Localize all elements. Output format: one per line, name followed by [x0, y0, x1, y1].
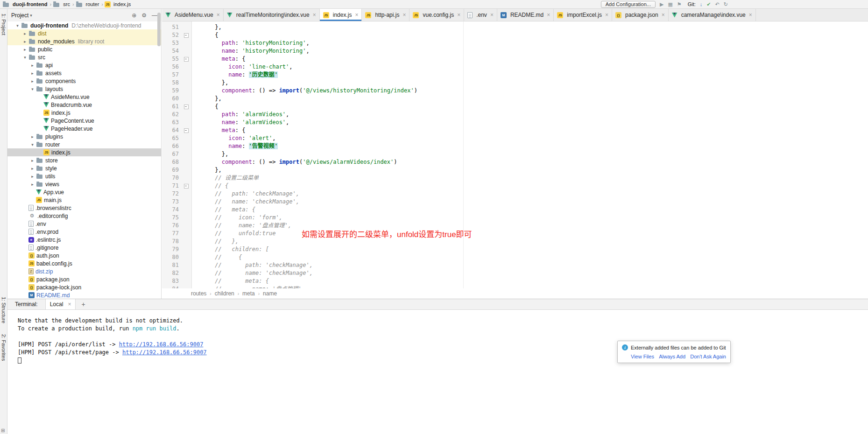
tab-realTimeMonitoring-index.vue[interactable]: realTimeMonitoring\index.vue×: [224, 9, 320, 21]
tree-item-.env[interactable]: .env: [7, 220, 161, 228]
tree-item-node_modules[interactable]: ▸node_moduleslibrary root: [7, 37, 161, 45]
code-text[interactable]: name: '告警视频': [192, 142, 278, 150]
tree-item-.gitignore[interactable]: .gitignore: [7, 244, 161, 252]
profiler-button[interactable]: ⚑: [677, 1, 682, 8]
tree-item-.eslintrc.js[interactable]: e.eslintrc.js: [7, 236, 161, 244]
tree-item-components[interactable]: ▸components: [7, 77, 161, 85]
code-text[interactable]: component: () => import('@/views/history…: [192, 87, 417, 95]
code-text[interactable]: // path: 'checkManage',: [192, 190, 299, 198]
tree-item-views[interactable]: ▸views: [7, 180, 161, 188]
tree-item-AsideMenu.vue[interactable]: AsideMenu.vue: [7, 93, 161, 101]
expanded-arrow-icon[interactable]: ▾: [14, 23, 21, 28]
code-text[interactable]: // path: 'checkManage',: [192, 261, 313, 269]
code-text[interactable]: meta: {: [192, 126, 245, 134]
code-text[interactable]: name: '历史数据': [192, 71, 278, 79]
code-text[interactable]: path: 'historyMonitoring',: [192, 39, 310, 47]
tree-item-Breadcrumb.vue[interactable]: Breadcrumb.vue: [7, 101, 161, 109]
breadcrumb-item-index.js[interactable]: index.js: [113, 1, 131, 7]
tree-item-package-lock.json[interactable]: {}package-lock.json: [7, 283, 161, 291]
tree-item-utils[interactable]: ▸utils: [7, 172, 161, 180]
tree-item-index.js[interactable]: JSindex.js: [7, 148, 161, 156]
tree-item-src[interactable]: ▾src: [7, 53, 161, 61]
code-text[interactable]: icon: 'line-chart',: [192, 63, 293, 71]
tree-item-package.json[interactable]: {}package.json: [7, 275, 161, 283]
code-text[interactable]: name: 'historyMonitoring',: [192, 47, 310, 55]
tab-importExcel.js[interactable]: JSimportExcel.js×: [554, 9, 612, 21]
structure-breadcrumb-routes[interactable]: routes: [191, 290, 206, 297]
breadcrumb-item-src[interactable]: src: [63, 1, 70, 7]
tab-README.md[interactable]: MREADME.md×: [497, 9, 554, 21]
code-editor[interactable]: 51 },52 {53 path: 'historyMonitoring',54…: [162, 21, 868, 288]
tree-item-App.vue[interactable]: App.vue: [7, 188, 161, 196]
collapsed-arrow-icon[interactable]: ▸: [29, 63, 36, 68]
close-icon[interactable]: ×: [662, 12, 665, 18]
close-icon[interactable]: ×: [313, 12, 316, 18]
tree-item-layouts[interactable]: ▾layouts: [7, 85, 161, 93]
tree-item-api[interactable]: ▸api: [7, 61, 161, 69]
fold-marker-icon[interactable]: [182, 31, 192, 39]
close-icon[interactable]: ×: [402, 12, 406, 18]
tree-item-style[interactable]: ▸style: [7, 164, 161, 172]
code-text[interactable]: {: [192, 31, 219, 39]
collapsed-arrow-icon[interactable]: ▸: [29, 134, 36, 139]
tree-item-PageHeader.vue[interactable]: PageHeader.vue: [7, 125, 161, 133]
structure-breadcrumb-name[interactable]: name: [263, 290, 277, 297]
notification-action-Don-t-Ask-Again[interactable]: Don't Ask Again: [690, 354, 726, 359]
tab-AsideMenu.vue[interactable]: AsideMenu.vue×: [162, 9, 224, 21]
tree-item-public[interactable]: ▸public: [7, 45, 161, 53]
scrollbar-thumb[interactable]: [157, 13, 161, 46]
close-icon[interactable]: ×: [547, 12, 550, 18]
breadcrumb-item-duoji-frontend[interactable]: duoji-frontend: [13, 1, 48, 7]
tree-item-.env.prod[interactable]: .env.prod: [7, 228, 161, 236]
notification-action-View-Files[interactable]: View Files: [631, 354, 654, 359]
tab-.env[interactable]: .env×: [464, 9, 497, 21]
project-view-dropdown[interactable]: Project: [11, 12, 28, 19]
fold-marker-icon[interactable]: [182, 103, 192, 111]
add-configuration-button[interactable]: Add Configuration...: [601, 1, 656, 8]
code-text[interactable]: // icon: 'form',: [192, 214, 282, 222]
collapsed-arrow-icon[interactable]: ▸: [29, 174, 36, 179]
fold-marker-icon[interactable]: [182, 126, 192, 134]
tool-window-button-favorites[interactable]: 2: Favorites: [1, 334, 7, 361]
code-text[interactable]: // meta: {: [192, 206, 255, 214]
collapsed-arrow-icon[interactable]: ▸: [29, 158, 36, 163]
tab-package.json[interactable]: {}package.json×: [612, 9, 669, 21]
expanded-arrow-icon[interactable]: ▾: [29, 87, 36, 91]
tool-window-switcher-icon[interactable]: ⊞: [1, 428, 5, 433]
structure-breadcrumb-meta[interactable]: meta: [242, 290, 255, 297]
git-rollback-button[interactable]: ↶: [715, 1, 720, 8]
collapsed-arrow-icon[interactable]: ▸: [29, 166, 36, 171]
breadcrumb-item-router[interactable]: router: [86, 1, 99, 7]
structure-breadcrumb-children[interactable]: children: [215, 290, 234, 297]
tree-item-dist[interactable]: ▸dist: [7, 29, 161, 37]
collapsed-arrow-icon[interactable]: ▸: [29, 71, 36, 76]
close-icon[interactable]: ×: [217, 12, 220, 18]
code-text[interactable]: // unfold:true: [192, 230, 275, 238]
code-text[interactable]: },: [192, 166, 222, 174]
code-text[interactable]: // },: [192, 238, 239, 245]
git-commit-button[interactable]: ✔: [706, 1, 711, 8]
fold-marker-icon[interactable]: [182, 182, 192, 190]
code-text[interactable]: name: 'alarmVideos',: [192, 119, 289, 126]
tree-item-dist.zip[interactable]: Zdist.zip: [7, 267, 161, 275]
collapsed-arrow-icon[interactable]: ▸: [21, 39, 28, 44]
git-history-button[interactable]: ↻: [724, 1, 728, 8]
code-text[interactable]: meta: {: [192, 55, 245, 63]
code-text[interactable]: // name: '盘点管理': [192, 285, 302, 288]
tree-item-PageContent.vue[interactable]: PageContent.vue: [7, 117, 161, 125]
tree-item-.browserslistrc[interactable]: .browserslistrc: [7, 204, 161, 212]
expanded-arrow-icon[interactable]: ▾: [21, 55, 28, 60]
code-text[interactable]: },: [192, 150, 228, 158]
code-text[interactable]: },: [192, 95, 222, 103]
tree-item-plugins[interactable]: ▸plugins: [7, 133, 161, 140]
tree-item-assets[interactable]: ▸assets: [7, 69, 161, 77]
code-text[interactable]: // name: 'checkManage',: [192, 269, 313, 277]
code-text[interactable]: },: [192, 79, 228, 87]
code-text[interactable]: icon: 'alert',: [192, 134, 275, 142]
collapsed-arrow-icon[interactable]: ▸: [21, 31, 28, 36]
tool-window-button-project[interactable]: 1: Project: [1, 14, 7, 35]
settings-gear-icon[interactable]: ⚙: [141, 12, 147, 19]
close-icon[interactable]: ×: [457, 12, 460, 18]
notification-action-Always-Add[interactable]: Always Add: [659, 354, 685, 359]
collapsed-arrow-icon[interactable]: ▸: [21, 47, 28, 52]
